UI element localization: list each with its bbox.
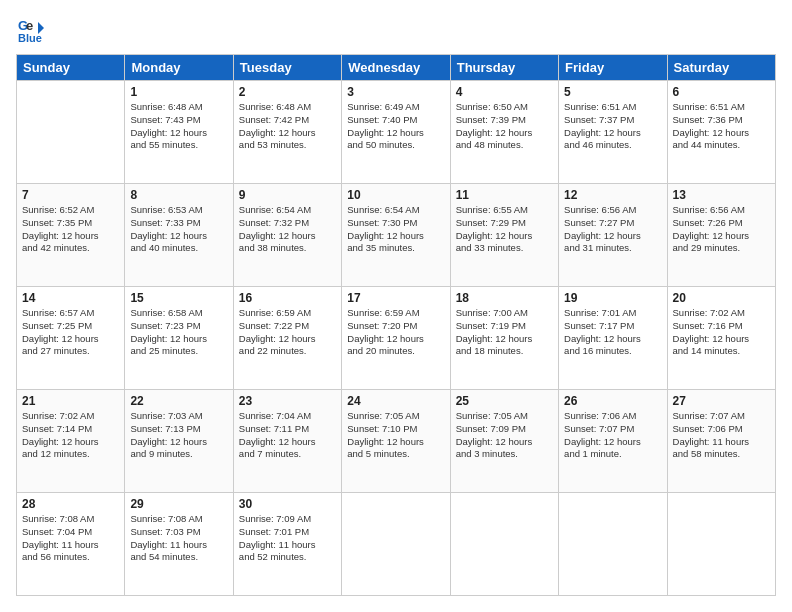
calendar-cell: 26Sunrise: 7:06 AM Sunset: 7:07 PM Dayli… (559, 390, 667, 493)
day-info: Sunrise: 7:08 AM Sunset: 7:04 PM Dayligh… (22, 513, 119, 564)
calendar-cell (559, 493, 667, 596)
day-number: 1 (130, 85, 227, 99)
calendar-cell: 4Sunrise: 6:50 AM Sunset: 7:39 PM Daylig… (450, 81, 558, 184)
day-number: 10 (347, 188, 444, 202)
day-number: 2 (239, 85, 336, 99)
logo-icon: G e Blue (16, 16, 44, 44)
day-info: Sunrise: 7:04 AM Sunset: 7:11 PM Dayligh… (239, 410, 336, 461)
calendar-cell: 17Sunrise: 6:59 AM Sunset: 7:20 PM Dayli… (342, 287, 450, 390)
day-info: Sunrise: 6:56 AM Sunset: 7:27 PM Dayligh… (564, 204, 661, 255)
calendar-week-5: 28Sunrise: 7:08 AM Sunset: 7:04 PM Dayli… (17, 493, 776, 596)
calendar-body: 1Sunrise: 6:48 AM Sunset: 7:43 PM Daylig… (17, 81, 776, 596)
day-number: 26 (564, 394, 661, 408)
calendar-week-1: 1Sunrise: 6:48 AM Sunset: 7:43 PM Daylig… (17, 81, 776, 184)
day-info: Sunrise: 7:09 AM Sunset: 7:01 PM Dayligh… (239, 513, 336, 564)
day-number: 25 (456, 394, 553, 408)
day-info: Sunrise: 7:03 AM Sunset: 7:13 PM Dayligh… (130, 410, 227, 461)
calendar-cell: 23Sunrise: 7:04 AM Sunset: 7:11 PM Dayli… (233, 390, 341, 493)
calendar-cell: 8Sunrise: 6:53 AM Sunset: 7:33 PM Daylig… (125, 184, 233, 287)
day-info: Sunrise: 6:49 AM Sunset: 7:40 PM Dayligh… (347, 101, 444, 152)
day-number: 24 (347, 394, 444, 408)
calendar-cell: 22Sunrise: 7:03 AM Sunset: 7:13 PM Dayli… (125, 390, 233, 493)
calendar-cell: 30Sunrise: 7:09 AM Sunset: 7:01 PM Dayli… (233, 493, 341, 596)
logo: G e Blue (16, 16, 46, 44)
day-number: 9 (239, 188, 336, 202)
day-info: Sunrise: 6:57 AM Sunset: 7:25 PM Dayligh… (22, 307, 119, 358)
svg-text:e: e (26, 18, 33, 33)
day-info: Sunrise: 6:55 AM Sunset: 7:29 PM Dayligh… (456, 204, 553, 255)
day-info: Sunrise: 7:05 AM Sunset: 7:09 PM Dayligh… (456, 410, 553, 461)
day-info: Sunrise: 7:08 AM Sunset: 7:03 PM Dayligh… (130, 513, 227, 564)
day-number: 11 (456, 188, 553, 202)
day-info: Sunrise: 7:02 AM Sunset: 7:14 PM Dayligh… (22, 410, 119, 461)
day-info: Sunrise: 6:48 AM Sunset: 7:42 PM Dayligh… (239, 101, 336, 152)
day-info: Sunrise: 6:58 AM Sunset: 7:23 PM Dayligh… (130, 307, 227, 358)
day-info: Sunrise: 6:52 AM Sunset: 7:35 PM Dayligh… (22, 204, 119, 255)
calendar-cell (450, 493, 558, 596)
calendar-cell: 12Sunrise: 6:56 AM Sunset: 7:27 PM Dayli… (559, 184, 667, 287)
calendar-cell: 15Sunrise: 6:58 AM Sunset: 7:23 PM Dayli… (125, 287, 233, 390)
calendar-cell: 2Sunrise: 6:48 AM Sunset: 7:42 PM Daylig… (233, 81, 341, 184)
day-info: Sunrise: 7:01 AM Sunset: 7:17 PM Dayligh… (564, 307, 661, 358)
day-info: Sunrise: 7:05 AM Sunset: 7:10 PM Dayligh… (347, 410, 444, 461)
calendar-header-tuesday: Tuesday (233, 55, 341, 81)
day-number: 13 (673, 188, 770, 202)
day-info: Sunrise: 6:51 AM Sunset: 7:37 PM Dayligh… (564, 101, 661, 152)
calendar-cell: 7Sunrise: 6:52 AM Sunset: 7:35 PM Daylig… (17, 184, 125, 287)
day-number: 17 (347, 291, 444, 305)
calendar-header-monday: Monday (125, 55, 233, 81)
day-number: 4 (456, 85, 553, 99)
calendar-cell: 19Sunrise: 7:01 AM Sunset: 7:17 PM Dayli… (559, 287, 667, 390)
calendar-cell: 24Sunrise: 7:05 AM Sunset: 7:10 PM Dayli… (342, 390, 450, 493)
calendar-cell: 10Sunrise: 6:54 AM Sunset: 7:30 PM Dayli… (342, 184, 450, 287)
calendar-week-2: 7Sunrise: 6:52 AM Sunset: 7:35 PM Daylig… (17, 184, 776, 287)
calendar-cell: 16Sunrise: 6:59 AM Sunset: 7:22 PM Dayli… (233, 287, 341, 390)
day-number: 23 (239, 394, 336, 408)
calendar-cell: 20Sunrise: 7:02 AM Sunset: 7:16 PM Dayli… (667, 287, 775, 390)
calendar-cell (342, 493, 450, 596)
calendar-table: SundayMondayTuesdayWednesdayThursdayFrid… (16, 54, 776, 596)
day-info: Sunrise: 6:51 AM Sunset: 7:36 PM Dayligh… (673, 101, 770, 152)
calendar-cell: 18Sunrise: 7:00 AM Sunset: 7:19 PM Dayli… (450, 287, 558, 390)
calendar-cell: 3Sunrise: 6:49 AM Sunset: 7:40 PM Daylig… (342, 81, 450, 184)
day-number: 19 (564, 291, 661, 305)
day-number: 30 (239, 497, 336, 511)
day-info: Sunrise: 6:53 AM Sunset: 7:33 PM Dayligh… (130, 204, 227, 255)
day-info: Sunrise: 6:56 AM Sunset: 7:26 PM Dayligh… (673, 204, 770, 255)
calendar-cell: 1Sunrise: 6:48 AM Sunset: 7:43 PM Daylig… (125, 81, 233, 184)
calendar-cell: 28Sunrise: 7:08 AM Sunset: 7:04 PM Dayli… (17, 493, 125, 596)
calendar-header-saturday: Saturday (667, 55, 775, 81)
day-number: 7 (22, 188, 119, 202)
day-number: 12 (564, 188, 661, 202)
day-number: 27 (673, 394, 770, 408)
calendar-cell: 13Sunrise: 6:56 AM Sunset: 7:26 PM Dayli… (667, 184, 775, 287)
day-number: 5 (564, 85, 661, 99)
calendar-cell: 25Sunrise: 7:05 AM Sunset: 7:09 PM Dayli… (450, 390, 558, 493)
calendar-cell: 6Sunrise: 6:51 AM Sunset: 7:36 PM Daylig… (667, 81, 775, 184)
day-info: Sunrise: 6:54 AM Sunset: 7:32 PM Dayligh… (239, 204, 336, 255)
day-number: 6 (673, 85, 770, 99)
day-number: 29 (130, 497, 227, 511)
calendar-header-wednesday: Wednesday (342, 55, 450, 81)
day-info: Sunrise: 7:02 AM Sunset: 7:16 PM Dayligh… (673, 307, 770, 358)
calendar-cell: 14Sunrise: 6:57 AM Sunset: 7:25 PM Dayli… (17, 287, 125, 390)
day-info: Sunrise: 6:48 AM Sunset: 7:43 PM Dayligh… (130, 101, 227, 152)
day-number: 28 (22, 497, 119, 511)
calendar-cell: 27Sunrise: 7:07 AM Sunset: 7:06 PM Dayli… (667, 390, 775, 493)
day-info: Sunrise: 6:59 AM Sunset: 7:22 PM Dayligh… (239, 307, 336, 358)
page: G e Blue SundayMondayTuesdayWednesdayThu… (0, 0, 792, 612)
day-number: 22 (130, 394, 227, 408)
calendar-cell (667, 493, 775, 596)
calendar-week-4: 21Sunrise: 7:02 AM Sunset: 7:14 PM Dayli… (17, 390, 776, 493)
day-number: 16 (239, 291, 336, 305)
day-number: 8 (130, 188, 227, 202)
svg-text:Blue: Blue (18, 32, 42, 44)
calendar-header-friday: Friday (559, 55, 667, 81)
day-info: Sunrise: 6:59 AM Sunset: 7:20 PM Dayligh… (347, 307, 444, 358)
day-info: Sunrise: 7:06 AM Sunset: 7:07 PM Dayligh… (564, 410, 661, 461)
calendar-header-thursday: Thursday (450, 55, 558, 81)
calendar-cell: 29Sunrise: 7:08 AM Sunset: 7:03 PM Dayli… (125, 493, 233, 596)
day-info: Sunrise: 7:00 AM Sunset: 7:19 PM Dayligh… (456, 307, 553, 358)
day-number: 20 (673, 291, 770, 305)
calendar-cell (17, 81, 125, 184)
